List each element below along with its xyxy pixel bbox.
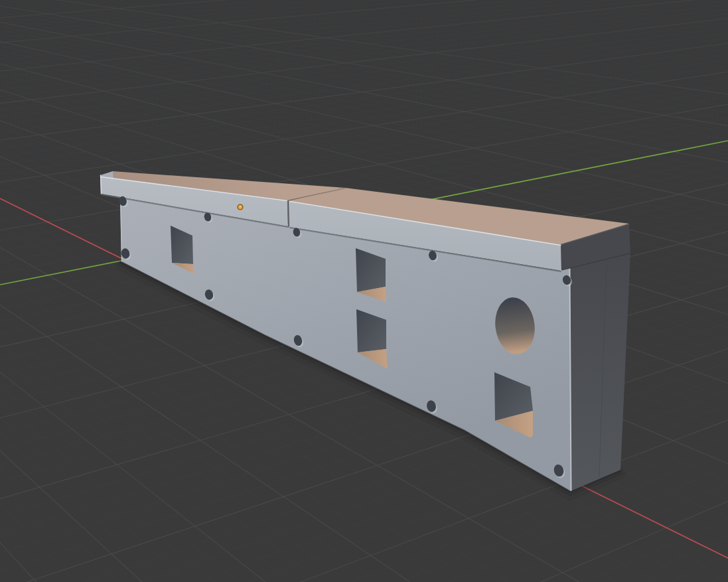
- origin-indicator[interactable]: [237, 204, 243, 210]
- origin-center-glint: [240, 206, 241, 207]
- lid1-left-edge-highlight: [101, 175, 102, 194]
- lid-seam-line: [288, 201, 289, 227]
- 3d-viewport[interactable]: [0, 0, 728, 582]
- viewport-canvas[interactable]: [0, 0, 728, 582]
